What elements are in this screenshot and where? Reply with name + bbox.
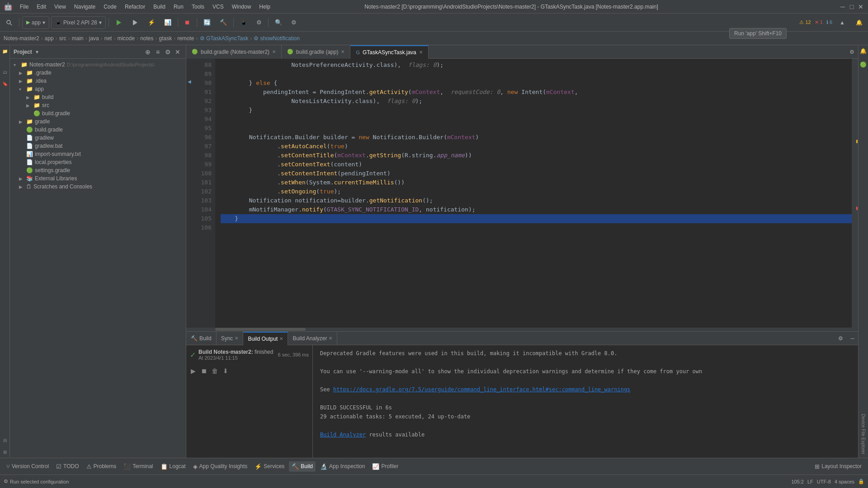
menu-run[interactable]: Run — [170, 3, 187, 11]
bottom-tab-sync-close[interactable]: ✕ — [235, 336, 238, 341]
search-button[interactable]: 🔍 — [271, 16, 286, 29]
expand-notifications[interactable]: ▲ — [836, 16, 849, 29]
menu-window[interactable]: Window — [228, 3, 255, 11]
tree-item-gradle[interactable]: ▶ 📁 .gradle — [10, 69, 186, 77]
problems-button[interactable]: ⚠ Problems — [84, 461, 119, 472]
logcat-button[interactable]: 📋 Logcat — [158, 461, 189, 472]
tab-close-gtask[interactable]: ✕ — [419, 50, 423, 55]
status-encoding[interactable]: UTF-8 — [817, 479, 831, 484]
tree-item-root[interactable]: ▾ 📁 Notes-master2 D:\programming\Android… — [10, 61, 186, 69]
tab-close-buildgradle-master[interactable]: ✕ — [272, 49, 276, 54]
breadcrumb-app[interactable]: app — [45, 35, 54, 42]
bottom-panel-settings[interactable]: ⚙ — [835, 335, 847, 342]
tree-item-gradlewbat[interactable]: ▶ 📄 gradlew.bat — [10, 142, 186, 150]
app-quality-insights-button[interactable]: ◈ App Quality Insights — [190, 461, 250, 472]
warning-count[interactable]: ⚠ 12 — [799, 19, 811, 25]
tree-item-src[interactable]: ▶ 📁 src — [10, 101, 186, 109]
stop-button[interactable]: ⏹ — [181, 16, 194, 29]
gradle-docs-link[interactable]: https://docs.gradle.org/7.5/userguide/co… — [333, 386, 630, 393]
bottom-tab-buildoutput-close[interactable]: ✕ — [279, 336, 283, 341]
breadcrumb-micode[interactable]: micode — [117, 35, 135, 42]
tree-item-extlibs[interactable]: ▶ 📚 External Libraries — [10, 174, 186, 183]
notifications-button[interactable]: 🔔 — [852, 16, 866, 29]
error-count[interactable]: ✕ 1 — [815, 19, 823, 25]
tree-item-buildgradle-root[interactable]: ▶ 🟢 build.gradle — [10, 126, 186, 134]
todo-button[interactable]: ☑ TODO — [53, 461, 81, 472]
run-config-selector[interactable]: ▶ app ▾ — [22, 16, 49, 29]
right-panel-notifications[interactable]: 🔔 — [859, 47, 868, 55]
app-inspection-button[interactable]: 🔬 App Inspection — [317, 461, 368, 472]
tree-item-gradle2[interactable]: ▶ 📁 gradle — [10, 117, 186, 126]
debug-button[interactable] — [128, 16, 142, 29]
breadcrumb-src[interactable]: src — [59, 35, 66, 42]
tree-item-buildgradle-app[interactable]: ▶ 🟢 build.gradle — [10, 109, 186, 117]
tab-buildgradle-master[interactable]: 🟢 build.gradle (Notes-master2) ✕ — [186, 45, 282, 59]
close-button[interactable]: ✕ — [857, 3, 864, 10]
horizontal-scrollbar[interactable] — [186, 328, 858, 331]
menu-edit[interactable]: Edit — [33, 3, 50, 11]
sidebar-settings[interactable]: ⚙ — [163, 47, 172, 56]
breadcrumb-class[interactable]: ⚙ GTaskASyncTask — [200, 35, 249, 42]
make-project-button[interactable]: 🔨 — [216, 16, 231, 29]
build-stop-button[interactable]: ⏹ — [199, 366, 209, 376]
device-selector[interactable]: 📱 Pixel 2 API 28 ▾ — [51, 16, 106, 29]
fold-arrow-93[interactable] — [186, 95, 193, 104]
activity-build-variants[interactable]: ⊞ — [1, 448, 9, 456]
terminal-button[interactable]: ⬛ Terminal — [121, 461, 156, 472]
sidebar-dropdown[interactable]: ▾ — [36, 49, 38, 55]
tree-item-idea[interactable]: ▶ 📁 .idea — [10, 77, 186, 85]
breadcrumb-java[interactable]: java — [89, 35, 99, 42]
tree-item-settingsgradle[interactable]: ▶ 🟢 settings.gradle — [10, 166, 186, 174]
status-indentation[interactable]: 4 spaces — [835, 479, 854, 484]
activity-project[interactable]: 📁 — [1, 47, 9, 55]
bottom-tab-buildoutput[interactable]: Build Output ✕ — [243, 332, 288, 345]
menu-refactor[interactable]: Refactor — [121, 3, 149, 11]
build-analyzer-link[interactable]: Build Analyzer — [320, 432, 366, 438]
menu-view[interactable]: View — [51, 3, 70, 11]
menu-help[interactable]: Help — [255, 3, 274, 11]
right-panel-device-file-explorer[interactable]: Device File Explorer — [859, 412, 868, 456]
menu-build[interactable]: Build — [150, 3, 169, 11]
services-button[interactable]: ⚡ Services — [252, 461, 287, 472]
toolbar-search-everywhere[interactable] — [2, 16, 16, 29]
tab-more-button[interactable]: ⚙ — [846, 49, 858, 55]
sidebar-hide[interactable]: ✕ — [173, 47, 182, 56]
activity-resource-manager[interactable]: 🗂 — [1, 68, 9, 76]
profile-button[interactable]: 📊 — [160, 16, 175, 29]
sync-project-button[interactable]: 🔄 — [200, 16, 214, 29]
breadcrumb-remote[interactable]: remote — [177, 35, 194, 42]
bottom-tab-buildanalyzer[interactable]: Build Analyzer ✕ — [288, 332, 337, 345]
menu-code[interactable]: Code — [100, 3, 120, 11]
tree-item-app[interactable]: ▾ 📁 app — [10, 85, 186, 93]
bottom-tab-buildanalyzer-close[interactable]: ✕ — [329, 336, 332, 341]
breadcrumb-gtask[interactable]: gtask — [159, 35, 172, 42]
sidebar-locate-file[interactable]: ⊕ — [143, 47, 152, 56]
tree-item-build[interactable]: ▶ 📁 build — [10, 93, 186, 101]
activity-bookmarks[interactable]: 🔖 — [1, 80, 9, 88]
status-position[interactable]: 105:2 — [791, 479, 804, 484]
build-clear-button[interactable]: 🗑 — [210, 366, 220, 376]
maximize-button[interactable]: □ — [848, 3, 855, 10]
tab-buildgradle-app[interactable]: 🟢 build.gradle (app) ✕ — [282, 45, 350, 59]
breadcrumb-project[interactable]: Notes-master2 — [4, 35, 39, 42]
breadcrumb-method[interactable]: ⚙ showNotification — [254, 35, 300, 42]
breadcrumb-notes[interactable]: notes — [140, 35, 153, 42]
menu-navigate[interactable]: Navigate — [71, 3, 99, 11]
tab-gtask[interactable]: G GTaskASyncTask.java ✕ — [350, 45, 428, 59]
menu-file[interactable]: File — [16, 3, 32, 11]
vertical-scrollbar[interactable] — [852, 59, 858, 328]
tab-close-buildgradle-app[interactable]: ✕ — [341, 49, 344, 54]
breadcrumb-main[interactable]: main — [72, 35, 84, 42]
status-readonly[interactable]: 🔒 — [858, 479, 864, 484]
sidebar-collapse-all[interactable]: ≡ — [153, 47, 162, 56]
code-editor[interactable]: ◀ 88 89 90 91 92 93 94 95 96 97 98 — [186, 59, 858, 328]
build-toolbar-button[interactable]: 🔨 Build — [289, 461, 316, 472]
tree-item-localproperties[interactable]: ▶ 📄 local.properties — [10, 158, 186, 166]
menu-tools[interactable]: Tools — [188, 3, 208, 11]
sdk-manager-button[interactable]: ⚙ — [253, 16, 265, 29]
menu-vcs[interactable]: VCS — [209, 3, 227, 11]
avd-manager-button[interactable]: 📱 — [236, 16, 251, 29]
minimize-button[interactable]: ─ — [839, 3, 846, 10]
layout-inspector-button[interactable]: ⊞ Layout Inspector — [812, 461, 864, 472]
tree-item-importsummary[interactable]: ▶ 📊 import-summary.txt — [10, 150, 186, 158]
